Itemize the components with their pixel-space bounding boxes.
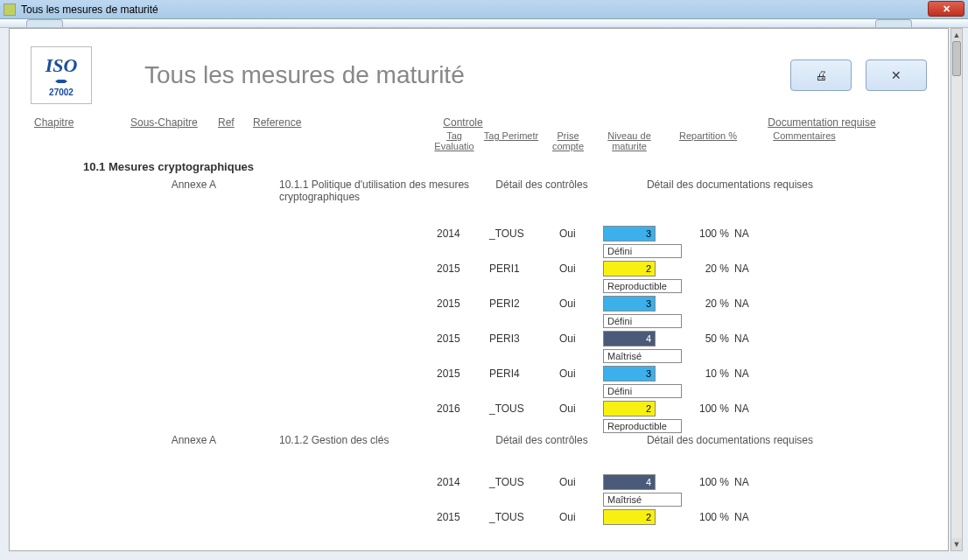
- annexe-label: Annexe A: [34, 434, 227, 446]
- cell-prise: Oui: [559, 298, 603, 310]
- cell-pct: 10 %: [682, 368, 734, 380]
- cell-pct: 50 %: [682, 332, 734, 345]
- detail-controles-link[interactable]: Détail des contrôles: [489, 178, 594, 191]
- scroll-thumb[interactable]: [952, 41, 961, 76]
- cell-perimeter: PERI2: [489, 298, 559, 310]
- maturity-bar: 2: [603, 509, 656, 525]
- sub-niveau: Niveau de maturite: [594, 130, 664, 151]
- col-ref: Ref: [218, 116, 253, 129]
- logo-text: ISO: [46, 54, 78, 77]
- reference-text: 10.1.1 Politique d'utilisation des mesur…: [279, 178, 489, 203]
- sub-headers: Tag Evaluatio Tag Perimetr Prise compte …: [34, 130, 927, 151]
- sub-tageval: Tag Evaluatio: [428, 130, 480, 151]
- maturity-label: Maîtrisé: [603, 349, 682, 363]
- cell-year: 2015: [437, 262, 489, 275]
- cell-perimeter: _TOUS: [489, 402, 559, 415]
- cell-perimeter: PERI3: [489, 332, 559, 345]
- window-close-button[interactable]: ✕: [928, 1, 964, 17]
- window-title: Tous les mesures de maturité: [21, 4, 158, 16]
- vertical-scrollbar[interactable]: ▲ ▼: [950, 28, 963, 551]
- cell-comment: NA: [734, 402, 769, 415]
- maturity-label: Défini: [603, 314, 682, 328]
- close-button[interactable]: ✕: [866, 60, 927, 91]
- scroll-down-icon[interactable]: ▼: [951, 538, 962, 550]
- cell-comment: NA: [734, 368, 769, 380]
- x-icon: ✕: [891, 68, 901, 82]
- cell-year: 2016: [437, 402, 489, 415]
- data-row: 2015PERI4Oui310 %NA: [34, 364, 927, 383]
- detail-docs-link[interactable]: Détail des documentations requises: [621, 178, 813, 191]
- maturity-bar: 3: [603, 226, 656, 242]
- cell-prise: Oui: [559, 332, 603, 345]
- cell-perimeter: _TOUS: [489, 511, 559, 523]
- maturity-label: Maîtrisé: [603, 493, 682, 507]
- maturity-bar: 3: [603, 366, 656, 382]
- cell-comment: NA: [734, 476, 769, 488]
- cell-year: 2015: [437, 298, 489, 310]
- maturity-label: Reproductible: [603, 279, 682, 293]
- annexe-label: Annexe A: [34, 178, 227, 191]
- data-row: 2015PERI3Oui450 %NA: [34, 329, 927, 348]
- printer-icon: 🖨: [815, 68, 827, 82]
- cell-pct: 20 %: [682, 262, 734, 275]
- cell-comment: NA: [734, 332, 769, 345]
- maturity-bar: 2: [603, 401, 656, 416]
- cell-pct: 100 %: [682, 511, 734, 523]
- logo-subtext: 27002: [49, 88, 74, 97]
- cell-prise: Oui: [559, 228, 603, 240]
- cell-comment: NA: [734, 228, 769, 240]
- maturity-bar: 4: [603, 474, 656, 490]
- data-row: 2016_TOUSOui2100 %NA: [34, 399, 927, 418]
- col-controle: Controle: [428, 116, 498, 129]
- main-viewport: ISO 27002 Tous les mesures de maturité 🖨…: [9, 28, 949, 551]
- window-titlebar: Tous les mesures de maturité ✕: [0, 0, 968, 19]
- cell-year: 2015: [437, 511, 489, 523]
- cell-year: 2014: [437, 228, 489, 240]
- cell-pct: 100 %: [682, 402, 734, 415]
- cell-year: 2015: [437, 332, 489, 345]
- cell-year: 2014: [437, 476, 489, 488]
- data-row: 2015_TOUSOui2100 %NA: [34, 508, 927, 527]
- data-row: 2015PERI2Oui320 %NA: [34, 294, 927, 313]
- iso-logo: ISO 27002: [31, 46, 92, 104]
- maturity-bar: 3: [603, 296, 656, 312]
- cell-perimeter: PERI4: [489, 368, 559, 380]
- column-headers: Chapitre Sous-Chapitre Ref Reference Con…: [34, 116, 927, 129]
- sub-prise: Prise compte: [542, 130, 594, 151]
- scroll-up-icon[interactable]: ▲: [951, 29, 962, 41]
- section-title: 10.1 Mesures cryptographiques: [83, 160, 927, 173]
- cell-pct: 100 %: [682, 228, 734, 240]
- cell-prise: Oui: [559, 402, 603, 415]
- detail-docs-link[interactable]: Détail des documentations requises: [621, 434, 813, 446]
- toolbar-strip: [0, 19, 968, 28]
- maturity-bar: 2: [603, 261, 656, 276]
- sub-tagperi: Tag Perimetr: [480, 130, 542, 151]
- maturity-label: Reproductible: [603, 419, 682, 433]
- detail-controles-link[interactable]: Détail des contrôles: [489, 434, 594, 446]
- close-icon: ✕: [943, 4, 950, 15]
- data-row: 2015PERI1Oui220 %NA: [34, 259, 927, 278]
- print-button[interactable]: 🖨: [790, 60, 852, 91]
- reference-text: 10.1.2 Gestion des clés: [279, 434, 489, 446]
- maturity-label: Défini: [603, 244, 682, 258]
- maturity-bar: 4: [603, 331, 656, 346]
- cell-comment: NA: [734, 511, 769, 523]
- cell-prise: Oui: [559, 511, 603, 523]
- col-chapitre: Chapitre: [34, 116, 130, 129]
- cell-year: 2015: [437, 368, 489, 380]
- page-title: Tous les mesures de maturité: [144, 61, 776, 89]
- cell-perimeter: _TOUS: [489, 476, 559, 488]
- sub-comment: Commentaires: [752, 130, 857, 151]
- sub-repart: Repartition %: [664, 130, 752, 151]
- col-sous: Sous-Chapitre: [130, 116, 218, 129]
- cell-prise: Oui: [559, 476, 603, 488]
- app-icon: [4, 4, 16, 16]
- cell-perimeter: PERI1: [489, 262, 559, 275]
- cell-pct: 20 %: [682, 298, 734, 310]
- cell-pct: 100 %: [682, 476, 734, 488]
- cell-perimeter: _TOUS: [489, 228, 559, 240]
- maturity-label: Défini: [603, 384, 682, 398]
- col-doc: Documentation requise: [726, 116, 918, 129]
- cell-comment: NA: [734, 298, 769, 310]
- cell-prise: Oui: [559, 262, 603, 275]
